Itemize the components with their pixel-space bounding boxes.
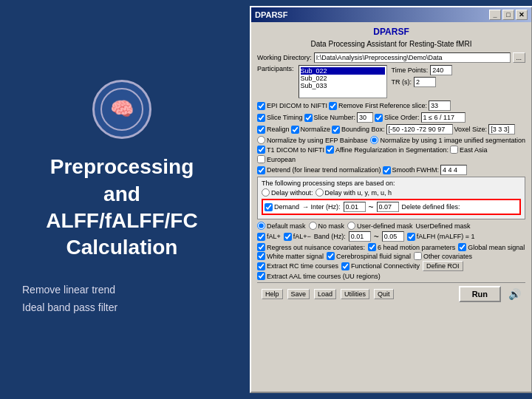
other-cov-check[interactable]	[414, 252, 422, 260]
csf-checkbox[interactable]: Cerebrospinal fluid signal	[327, 252, 411, 260]
east-asia-check[interactable]	[450, 146, 458, 154]
head-motion-check[interactable]	[368, 243, 376, 251]
tp-label: Time Points:	[392, 66, 429, 74]
fc-check[interactable]	[341, 262, 349, 270]
malff-checkbox[interactable]: fALFH (mALFF) = 1	[407, 233, 475, 241]
normalize-seg-radio[interactable]	[370, 136, 378, 144]
delay-radio-2-input[interactable]	[316, 188, 324, 197]
other-cov-checkbox[interactable]: Other covariates	[414, 252, 472, 260]
extract-rc-checkbox[interactable]: Extract RC time courses	[257, 262, 338, 270]
fwhm-input[interactable]	[440, 165, 467, 175]
remove-first-check[interactable]	[329, 102, 337, 110]
global-mean-checkbox[interactable]: Global mean signal	[458, 243, 525, 251]
minimize-button[interactable]: _	[489, 10, 501, 20]
alff-checkbox[interactable]: fAL+	[257, 233, 281, 241]
no-mask-radio[interactable]: No mask	[309, 222, 345, 230]
wm-checkbox[interactable]: White matter signal	[257, 252, 324, 260]
bbox-check[interactable]	[332, 126, 340, 134]
participant-item-1[interactable]: Sub_022	[301, 75, 385, 82]
tr-row: TR (s):	[392, 77, 453, 87]
t1-dicom-checkbox[interactable]: T1 DICOM to NIFTI	[257, 146, 324, 154]
realign-checkbox[interactable]: Realign	[257, 126, 290, 134]
filter-val1-input[interactable]	[344, 202, 366, 212]
affine-checkbox[interactable]: Affine Regularization in Segmentation:	[326, 146, 449, 154]
extract-rc-check[interactable]	[257, 262, 265, 270]
fc-checkbox[interactable]: Functional Connectivity	[341, 262, 420, 270]
no-mask-input[interactable]	[309, 222, 317, 230]
slice-order-input[interactable]	[421, 112, 466, 123]
normalize-efp[interactable]: Normalize by using EFP Bainbase	[257, 136, 367, 144]
participants-list[interactable]: Sub_022 Sub_022 Sub_033	[299, 65, 387, 98]
browse-button[interactable]: ...	[513, 52, 526, 63]
delay-radio-1-input[interactable]	[262, 188, 270, 197]
csf-check[interactable]	[327, 252, 335, 260]
alff-check[interactable]	[257, 233, 265, 241]
detrend-check[interactable]	[257, 166, 265, 174]
slice-order-check[interactable]	[375, 114, 383, 122]
head-motion-checkbox[interactable]: 6 head motion parameters	[368, 243, 455, 251]
maximize-button[interactable]: □	[502, 10, 514, 20]
regress-check[interactable]	[257, 243, 265, 251]
bbox-checkbox[interactable]: Bounding Box:	[332, 124, 453, 134]
participant-item-0[interactable]: Sub_022	[301, 67, 385, 75]
bbox-input[interactable]	[386, 124, 453, 134]
slice-number-input[interactable]	[357, 112, 373, 123]
help-button[interactable]: Help	[262, 289, 283, 299]
epi-dicom-checkbox[interactable]: EPI DICOM to NIFTI	[257, 102, 327, 110]
normalize-efp-radio[interactable]	[257, 136, 265, 144]
participant-item-2[interactable]: Sub_033	[301, 82, 385, 89]
falff-check[interactable]	[284, 233, 292, 241]
extract-aal-checkbox[interactable]: Extract AAL time courses (UU regions)	[257, 272, 381, 280]
slice-timing-checkbox[interactable]: Slice Timing	[257, 114, 303, 122]
filter-val2-input[interactable]	[377, 202, 399, 212]
regress-checkbox[interactable]: Regress out nuisance covariates:	[257, 243, 365, 251]
slice-number-checkbox[interactable]: Slice Number:	[304, 112, 374, 123]
band-val2-input[interactable]	[382, 231, 404, 242]
east-asia-checkbox[interactable]: East Asia	[450, 146, 488, 154]
global-mean-check[interactable]	[458, 243, 466, 251]
load-button[interactable]: Load	[314, 289, 336, 299]
ref-slice-input[interactable]	[429, 100, 451, 111]
delay-radio-2[interactable]: Delay with u, y, m, u, h	[316, 188, 392, 197]
affine-check[interactable]	[326, 146, 334, 154]
wm-check[interactable]	[257, 252, 265, 260]
working-dir-input[interactable]	[314, 52, 511, 63]
detrend-checkbox[interactable]: Detrend (for linear trend normalization)	[257, 166, 381, 174]
quit-button[interactable]: Quit	[374, 289, 394, 299]
default-mask-input[interactable]	[257, 222, 265, 230]
malff-check[interactable]	[407, 233, 415, 241]
t1-dicom-check[interactable]	[257, 146, 265, 154]
default-mask-radio[interactable]: Default mask	[257, 222, 306, 230]
right-panel: DPARSF _ □ ✕ DPARSF Data Processing Assi…	[244, 0, 532, 399]
realign-check[interactable]	[257, 126, 265, 134]
user-mask-radio[interactable]: User-defined mask	[347, 222, 413, 230]
voxel-input[interactable]	[488, 124, 515, 134]
european-checkbox[interactable]: European	[257, 155, 296, 163]
normalize-check[interactable]	[291, 126, 299, 134]
smooth-check[interactable]	[383, 166, 391, 174]
extract-aal-check[interactable]	[257, 272, 265, 280]
tr-input[interactable]	[414, 77, 436, 87]
remove-first-checkbox[interactable]: Remove First	[329, 102, 378, 110]
demand-check[interactable]	[265, 203, 273, 211]
user-mask-input[interactable]	[347, 222, 355, 230]
demand-checkbox[interactable]: Demand	[265, 203, 299, 211]
window-content: DPARSF Data Processing Assistant for Res…	[251, 22, 531, 392]
slice-timing-check[interactable]	[257, 114, 265, 122]
normalize-checkbox[interactable]: Normalize	[291, 126, 331, 134]
falff-checkbox[interactable]: fAL+−	[284, 233, 311, 241]
save-button[interactable]: Save	[287, 289, 310, 299]
epi-dicom-check[interactable]	[257, 102, 265, 110]
slice-number-check[interactable]	[304, 114, 313, 122]
slice-order-checkbox[interactable]: Slice Order:	[375, 112, 466, 123]
delay-radio-1[interactable]: Delay without:	[262, 188, 313, 197]
run-button[interactable]: Run	[459, 286, 501, 302]
utilities-button[interactable]: Utilities	[341, 289, 369, 299]
tp-input[interactable]	[430, 65, 452, 75]
band-val1-input[interactable]	[349, 231, 371, 242]
close-button[interactable]: ✕	[516, 10, 528, 20]
normalize-seg[interactable]: Normalize by using 1 image unified segme…	[370, 136, 525, 144]
define-roi-button[interactable]: Define ROI	[423, 261, 463, 271]
smooth-checkbox[interactable]: Smooth	[383, 166, 415, 174]
european-check[interactable]	[257, 155, 265, 163]
